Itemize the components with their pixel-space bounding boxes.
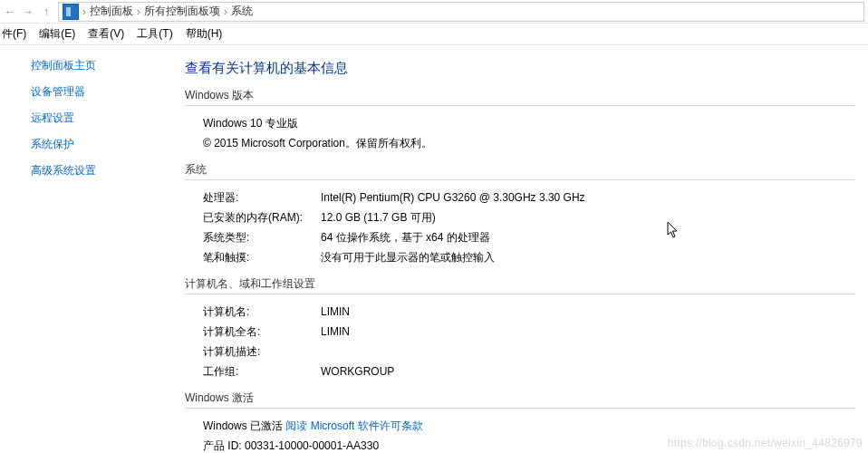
computer-desc-label: 计算机描述: — [203, 342, 321, 361]
workgroup-value: WORKGROUP — [321, 361, 394, 381]
row-pen-touch: 笔和触摸: 没有可用于此显示器的笔或触控输入 — [203, 247, 868, 267]
breadcrumb-item[interactable]: 所有控制面板项 — [144, 4, 220, 19]
up-arrow-icon[interactable]: ↑ — [40, 5, 53, 18]
license-terms-link[interactable]: 阅读 Microsoft 软件许可条款 — [285, 419, 422, 432]
sidebar: 控制面板主页 设备管理器 远程设置 系统保护 高级系统设置 — [0, 45, 179, 453]
breadcrumb-item[interactable]: 控制面板 — [90, 4, 133, 19]
menu-tools[interactable]: 工具(T) — [137, 26, 172, 42]
control-panel-icon — [63, 4, 79, 20]
processor-value: Intel(R) Pentium(R) CPU G3260 @ 3.30GHz … — [321, 188, 585, 207]
menu-edit[interactable]: 编辑(E) — [39, 26, 75, 42]
sidebar-item-devmgr[interactable]: 设备管理器 — [31, 84, 179, 100]
activation-status-line: Windows 已激活 阅读 Microsoft 软件许可条款 — [203, 416, 868, 436]
ram-value: 12.0 GB (11.7 GB 可用) — [321, 207, 436, 227]
computer-name-value: LIMIN — [321, 302, 350, 322]
menu-view[interactable]: 查看(V) — [88, 26, 124, 42]
workgroup-label: 工作组: — [203, 361, 321, 381]
section-heading-computer: 计算机名、域和工作组设置 — [185, 276, 855, 294]
forward-arrow-icon[interactable]: → — [22, 5, 34, 18]
section-heading-edition: Windows 版本 — [185, 88, 855, 106]
section-heading-activation: Windows 激活 — [185, 390, 855, 409]
row-ram: 已安装的内存(RAM): 12.0 GB (11.7 GB 可用) — [203, 207, 868, 227]
page-title: 查看有关计算机的基本信息 — [185, 60, 868, 77]
computer-name-label: 计算机名: — [203, 302, 321, 322]
activation-status: Windows 已激活 — [203, 419, 285, 432]
menu-file[interactable]: 件(F) — [2, 26, 26, 42]
systype-label: 系统类型: — [203, 227, 321, 247]
chevron-right-icon: › — [224, 5, 227, 18]
row-computer-desc: 计算机描述: — [203, 342, 868, 361]
sidebar-item-protect[interactable]: 系统保护 — [31, 137, 179, 152]
menu-bar: 件(F) 编辑(E) 查看(V) 工具(T) 帮助(H) — [0, 24, 868, 45]
row-computer-name: 计算机名: LIMIN — [203, 302, 868, 322]
section-heading-system: 系统 — [185, 162, 855, 180]
menu-help[interactable]: 帮助(H) — [186, 26, 223, 42]
processor-label: 处理器: — [203, 188, 321, 207]
row-computer-fullname: 计算机全名: LIMIN — [203, 322, 868, 342]
ram-label: 已安装的内存(RAM): — [203, 207, 321, 227]
row-system-type: 系统类型: 64 位操作系统，基于 x64 的处理器 — [203, 227, 868, 247]
sidebar-item-home[interactable]: 控制面板主页 — [31, 58, 179, 73]
back-arrow-icon[interactable]: ← — [4, 5, 16, 18]
row-processor: 处理器: Intel(R) Pentium(R) CPU G3260 @ 3.3… — [203, 188, 868, 207]
sidebar-item-remote[interactable]: 远程设置 — [31, 111, 179, 126]
breadcrumb-item[interactable]: 系统 — [231, 4, 253, 19]
content: 查看有关计算机的基本信息 Windows 版本 Windows 10 专业版 ©… — [179, 45, 868, 453]
chevron-right-icon: › — [137, 5, 140, 18]
address-bar: ← → ↑ › 控制面板 › 所有控制面板项 › 系统 — [0, 0, 868, 24]
pen-label: 笔和触摸: — [203, 247, 321, 267]
pen-value: 没有可用于此显示器的笔或触控输入 — [321, 247, 495, 267]
computer-fullname-label: 计算机全名: — [203, 322, 321, 342]
product-id: 产品 ID: 00331-10000-00001-AA330 — [203, 436, 868, 453]
computer-fullname-value: LIMIN — [321, 322, 350, 342]
copyright: © 2015 Microsoft Corporation。保留所有权利。 — [203, 133, 868, 153]
row-workgroup: 工作组: WORKGROUP — [203, 361, 868, 381]
chevron-right-icon: › — [82, 5, 86, 18]
breadcrumb[interactable]: › 控制面板 › 所有控制面板项 › 系统 — [58, 2, 864, 22]
windows-edition: Windows 10 专业版 — [203, 113, 868, 133]
systype-value: 64 位操作系统，基于 x64 的处理器 — [321, 227, 490, 247]
sidebar-item-advanced[interactable]: 高级系统设置 — [31, 163, 179, 178]
